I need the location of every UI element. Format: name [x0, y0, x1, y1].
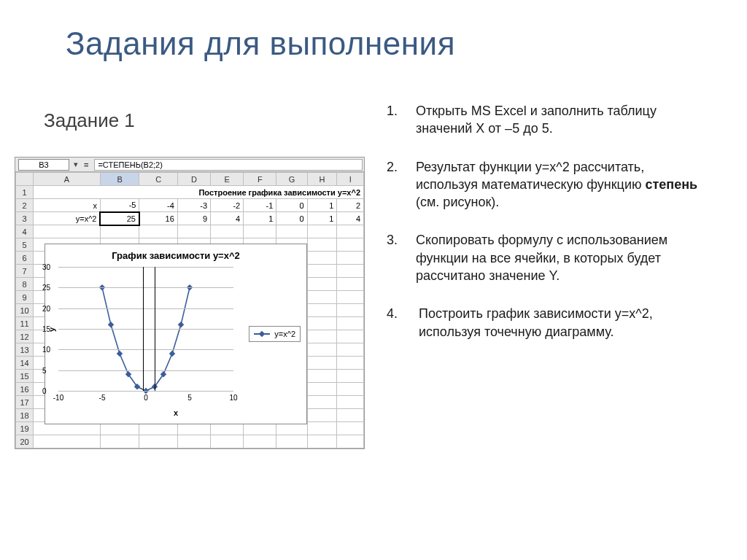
- instruction-number: 3.: [387, 231, 416, 284]
- column-header-row: A B C D E F G H I: [16, 173, 364, 186]
- formula-bar: B3 ▾ = =СТЕПЕНЬ(B2;2): [15, 158, 364, 172]
- instruction-2: 2. Результат функции y=x^2 рассчитать, и…: [387, 158, 708, 211]
- worksheet: A B C D E F G H I 1 Построение графика з…: [15, 172, 364, 448]
- svg-rect-9: [178, 322, 184, 327]
- excel-screenshot: B3 ▾ = =СТЕПЕНЬ(B2;2) A B C D E F G H I …: [15, 157, 365, 449]
- instruction-number: 2.: [387, 158, 416, 211]
- name-box[interactable]: B3: [18, 159, 69, 171]
- sheet-title: Построение графика зависимости y=x^2: [34, 186, 364, 199]
- instruction-4: 4. Построить график зависимости y=x^2, и…: [387, 305, 708, 341]
- table-row[interactable]: 1 Построение графика зависимости y=x^2: [16, 186, 364, 199]
- instruction-text: Скопировать формулу с использованием фун…: [416, 231, 708, 284]
- instruction-number: 1.: [387, 102, 416, 138]
- instruction-text: Построить график зависимости y=x^2, испо…: [419, 305, 708, 341]
- x-axis-label: x: [45, 408, 306, 417]
- task-subtitle: Задание 1: [44, 109, 135, 132]
- chart-plot-area: 051015202530-10-50510: [58, 267, 233, 391]
- instruction-list: 1. Открыть MS Excel и заполнить таблицу …: [387, 102, 708, 361]
- legend-marker-icon: [254, 333, 270, 335]
- formula-input[interactable]: =СТЕПЕНЬ(B2;2): [94, 159, 363, 171]
- svg-rect-2: [117, 351, 123, 357]
- page-title: Задания для выполнения: [0, 0, 747, 62]
- instruction-number: 4.: [387, 305, 419, 341]
- chart-title: График зависимости y=x^2: [45, 244, 306, 264]
- svg-rect-1: [108, 322, 114, 327]
- table-row[interactable]: 3 y=x^2 251694 1014: [16, 212, 364, 225]
- table-row[interactable]: 2 x -5-4-3-2 -1012: [16, 199, 364, 212]
- table-row[interactable]: 20: [16, 435, 364, 448]
- table-row[interactable]: 4: [16, 225, 364, 238]
- instruction-1: 1. Открыть MS Excel и заполнить таблицу …: [387, 102, 708, 138]
- svg-rect-8: [169, 351, 175, 357]
- embedded-chart[interactable]: График зависимости y=x^2 y 051015202530-…: [44, 244, 307, 424]
- chart-legend: y=x^2: [249, 326, 301, 342]
- instruction-text: Открыть MS Excel и заполнить таблицу зна…: [416, 102, 708, 138]
- instruction-text: Результат функции y=x^2 рассчитать, испо…: [416, 158, 708, 211]
- legend-label: y=x^2: [274, 330, 295, 338]
- instruction-3: 3. Скопировать формулу с использованием …: [387, 231, 708, 284]
- selected-cell: 25: [100, 212, 139, 225]
- equals-icon: =: [80, 160, 93, 169]
- dropdown-icon[interactable]: ▾: [72, 160, 80, 169]
